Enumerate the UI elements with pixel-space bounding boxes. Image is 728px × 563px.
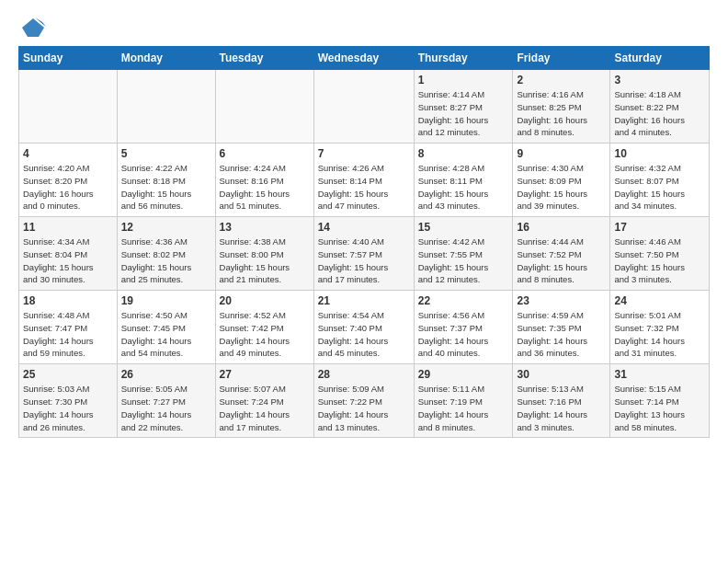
day-cell: 18Sunrise: 4:48 AM Sunset: 7:47 PM Dayli… [19,291,118,364]
day-number: 11 [23,221,113,234]
day-info: Sunrise: 5:13 AM Sunset: 7:16 PM Dayligh… [517,383,606,433]
day-info: Sunrise: 4:50 AM Sunset: 7:45 PM Dayligh… [121,309,211,360]
day-info: Sunrise: 4:26 AM Sunset: 8:14 PM Dayligh… [318,162,410,213]
day-cell: 11Sunrise: 4:34 AM Sunset: 8:04 PM Dayli… [19,217,118,291]
day-cell [117,70,215,144]
day-number: 22 [418,294,509,307]
day-number: 8 [418,147,509,160]
day-number: 10 [614,147,705,160]
day-cell: 23Sunrise: 4:59 AM Sunset: 7:35 PM Dayli… [513,291,610,364]
day-cell: 1Sunrise: 4:14 AM Sunset: 8:27 PM Daylig… [414,70,513,144]
week-row-2: 4Sunrise: 4:20 AM Sunset: 8:20 PM Daylig… [19,144,710,217]
day-number: 23 [517,294,606,307]
logo [18,15,46,37]
day-cell: 28Sunrise: 5:09 AM Sunset: 7:22 PM Dayli… [313,364,414,438]
day-number: 14 [318,221,410,234]
day-cell: 6Sunrise: 4:24 AM Sunset: 8:16 PM Daylig… [215,144,313,217]
day-info: Sunrise: 4:32 AM Sunset: 8:07 PM Dayligh… [614,162,705,213]
day-info: Sunrise: 5:15 AM Sunset: 7:14 PM Dayligh… [614,383,705,433]
day-cell: 24Sunrise: 5:01 AM Sunset: 7:32 PM Dayli… [610,291,710,364]
day-number: 25 [23,368,113,381]
day-number: 12 [121,221,211,234]
day-cell: 9Sunrise: 4:30 AM Sunset: 8:09 PM Daylig… [513,144,610,217]
day-number: 20 [220,294,310,307]
day-cell: 3Sunrise: 4:18 AM Sunset: 8:22 PM Daylig… [610,70,710,144]
day-cell: 29Sunrise: 5:11 AM Sunset: 7:19 PM Dayli… [414,364,513,438]
day-number: 2 [517,74,606,86]
week-row-1: 1Sunrise: 4:14 AM Sunset: 8:27 PM Daylig… [19,70,710,144]
day-number: 17 [614,221,705,234]
day-info: Sunrise: 4:38 AM Sunset: 8:00 PM Dayligh… [220,236,310,286]
day-info: Sunrise: 5:03 AM Sunset: 7:30 PM Dayligh… [23,383,113,433]
day-cell: 22Sunrise: 4:56 AM Sunset: 7:37 PM Dayli… [414,291,513,364]
day-cell: 13Sunrise: 4:38 AM Sunset: 8:00 PM Dayli… [215,217,313,291]
day-number: 3 [614,74,705,86]
day-info: Sunrise: 5:09 AM Sunset: 7:22 PM Dayligh… [318,383,410,433]
day-cell: 12Sunrise: 4:36 AM Sunset: 8:02 PM Dayli… [117,217,215,291]
day-cell: 14Sunrise: 4:40 AM Sunset: 7:57 PM Dayli… [313,217,414,291]
day-cell: 20Sunrise: 4:52 AM Sunset: 7:42 PM Dayli… [215,291,313,364]
day-info: Sunrise: 4:48 AM Sunset: 7:47 PM Dayligh… [23,309,113,360]
day-info: Sunrise: 4:59 AM Sunset: 7:35 PM Dayligh… [517,309,606,360]
day-number: 27 [220,368,310,381]
day-info: Sunrise: 4:46 AM Sunset: 7:50 PM Dayligh… [614,236,705,286]
day-info: Sunrise: 5:07 AM Sunset: 7:24 PM Dayligh… [220,383,310,433]
weekday-header-friday: Friday [513,47,610,70]
day-cell: 10Sunrise: 4:32 AM Sunset: 8:07 PM Dayli… [610,144,710,217]
logo-icon [20,15,46,40]
day-cell: 16Sunrise: 4:44 AM Sunset: 7:52 PM Dayli… [513,217,610,291]
week-row-4: 18Sunrise: 4:48 AM Sunset: 7:47 PM Dayli… [19,291,710,364]
day-number: 24 [614,294,705,307]
day-number: 6 [220,147,310,160]
svg-marker-0 [22,18,44,37]
day-number: 29 [418,368,509,381]
day-number: 30 [517,368,606,381]
day-cell: 5Sunrise: 4:22 AM Sunset: 8:18 PM Daylig… [117,144,215,217]
day-info: Sunrise: 5:05 AM Sunset: 7:27 PM Dayligh… [121,383,211,433]
day-info: Sunrise: 4:52 AM Sunset: 7:42 PM Dayligh… [220,309,310,360]
day-info: Sunrise: 4:30 AM Sunset: 8:09 PM Dayligh… [517,162,606,213]
day-cell: 7Sunrise: 4:26 AM Sunset: 8:14 PM Daylig… [313,144,414,217]
day-cell: 8Sunrise: 4:28 AM Sunset: 8:11 PM Daylig… [414,144,513,217]
day-info: Sunrise: 4:20 AM Sunset: 8:20 PM Dayligh… [23,162,113,213]
day-info: Sunrise: 4:24 AM Sunset: 8:16 PM Dayligh… [220,162,310,213]
day-info: Sunrise: 4:14 AM Sunset: 8:27 PM Dayligh… [418,88,509,139]
day-number: 28 [318,368,410,381]
day-number: 5 [121,147,211,160]
weekday-header-saturday: Saturday [610,47,710,70]
day-cell: 25Sunrise: 5:03 AM Sunset: 7:30 PM Dayli… [19,364,118,438]
day-cell: 27Sunrise: 5:07 AM Sunset: 7:24 PM Dayli… [215,364,313,438]
weekday-header-monday: Monday [117,47,215,70]
day-cell: 15Sunrise: 4:42 AM Sunset: 7:55 PM Dayli… [414,217,513,291]
day-cell [19,70,118,144]
week-row-3: 11Sunrise: 4:34 AM Sunset: 8:04 PM Dayli… [19,217,710,291]
day-cell [215,70,313,144]
day-number: 31 [614,368,705,381]
weekday-header-sunday: Sunday [19,47,118,70]
day-number: 15 [418,221,509,234]
day-info: Sunrise: 4:22 AM Sunset: 8:18 PM Dayligh… [121,162,211,213]
day-cell: 17Sunrise: 4:46 AM Sunset: 7:50 PM Dayli… [610,217,710,291]
day-cell [313,70,414,144]
day-info: Sunrise: 4:36 AM Sunset: 8:02 PM Dayligh… [121,236,211,286]
day-number: 4 [23,147,113,160]
day-number: 16 [517,221,606,234]
weekday-header-row: SundayMondayTuesdayWednesdayThursdayFrid… [19,47,710,70]
day-cell: 30Sunrise: 5:13 AM Sunset: 7:16 PM Dayli… [513,364,610,438]
day-number: 1 [418,74,509,86]
day-info: Sunrise: 5:11 AM Sunset: 7:19 PM Dayligh… [418,383,509,433]
day-number: 7 [318,147,410,160]
day-info: Sunrise: 4:34 AM Sunset: 8:04 PM Dayligh… [23,236,113,286]
week-row-5: 25Sunrise: 5:03 AM Sunset: 7:30 PM Dayli… [19,364,710,438]
day-number: 9 [517,147,606,160]
day-cell: 19Sunrise: 4:50 AM Sunset: 7:45 PM Dayli… [117,291,215,364]
page: SundayMondayTuesdayWednesdayThursdayFrid… [0,0,728,563]
day-cell: 4Sunrise: 4:20 AM Sunset: 8:20 PM Daylig… [19,144,118,217]
header [18,15,710,37]
day-info: Sunrise: 4:54 AM Sunset: 7:40 PM Dayligh… [318,309,410,360]
day-info: Sunrise: 4:28 AM Sunset: 8:11 PM Dayligh… [418,162,509,213]
weekday-header-tuesday: Tuesday [215,47,313,70]
day-number: 18 [23,294,113,307]
day-cell: 26Sunrise: 5:05 AM Sunset: 7:27 PM Dayli… [117,364,215,438]
day-number: 13 [220,221,310,234]
